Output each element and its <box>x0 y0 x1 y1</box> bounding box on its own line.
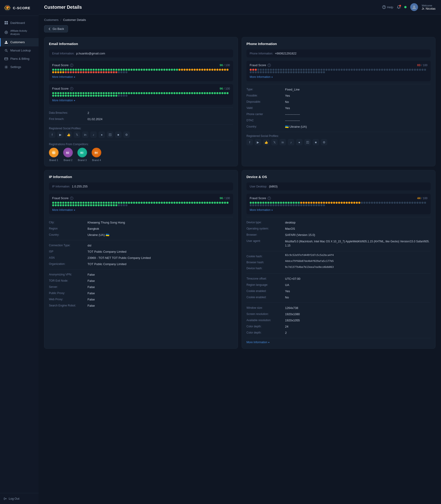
social-facebook[interactable]: f <box>49 131 55 138</box>
svg-rect-5 <box>5 21 6 22</box>
sidebar-item-settings[interactable]: Settings <box>0 63 39 71</box>
device-more-info-top[interactable]: More Information ▾ <box>250 208 273 212</box>
sidebar-item-plans[interactable]: Plans & Billing <box>0 55 39 63</box>
social-windows[interactable]: ■ <box>115 131 122 138</box>
social-music[interactable]: ♪ <box>90 131 97 138</box>
page-content: Customers / Customer Details Go Back Ema… <box>39 15 441 504</box>
device-details-2: Cookie hash: 82c9c52e97efd449f2d7c5c5e2b… <box>246 254 431 271</box>
svg-point-4 <box>8 7 9 8</box>
fraud-score-label-1: Fraud Score ? <box>52 63 73 67</box>
phone-social-key[interactable]: ⚿ <box>304 139 311 145</box>
social-gear[interactable]: ⚙ <box>123 131 130 138</box>
sidebar-item-affiliate-label: Affiliate Activity Analysis <box>10 29 35 36</box>
notification-button[interactable] <box>397 5 401 9</box>
avatar <box>410 3 418 11</box>
email-card: Email Information Email Information: p.h… <box>44 37 238 166</box>
device-fraud-dots <box>250 202 427 206</box>
ip-card-title: IP Information <box>49 175 233 179</box>
phone-social-windows[interactable]: ■ <box>313 139 319 145</box>
fraud-help-icon-2[interactable]: ? <box>70 87 73 90</box>
logout-label: Log Out <box>9 497 19 500</box>
phone-social-gear[interactable]: ⚙ <box>321 139 327 145</box>
brand-1[interactable]: B1 Brand 1 <box>49 148 59 161</box>
social-youtube[interactable]: ▶ <box>57 131 64 138</box>
svg-point-2 <box>6 7 9 9</box>
arrow-left-icon <box>48 27 51 31</box>
sidebar-nav: Dashboard Affiliate Activity Analysis Cu… <box>0 16 39 493</box>
social-linkedin[interactable]: in <box>82 131 88 138</box>
fraud-score-header-2: Fraud Score ? 96 / 100 <box>52 87 230 90</box>
logout-button[interactable]: Log Out <box>4 497 35 500</box>
breadcrumb-current: Customer Details <box>63 18 86 22</box>
sidebar-item-customers[interactable]: Customers <box>0 38 39 47</box>
ip-details-1: City: Khwaeng Thung Song Hong Region Ban… <box>49 220 233 238</box>
sidebar-item-manual[interactable]: Manual Lookup <box>0 47 39 55</box>
device-fraud-help-icon[interactable]: ? <box>268 197 271 200</box>
go-back-button[interactable]: Go Back <box>44 25 68 32</box>
credit-card-icon <box>4 57 8 61</box>
sidebar-item-plans-label: Plans & Billing <box>10 57 29 60</box>
svg-rect-6 <box>6 21 8 22</box>
social-circle[interactable]: ● <box>98 131 105 138</box>
phone-more-info[interactable]: More Information ▾ <box>250 75 273 79</box>
email-fraud-score-1: Fraud Score ? 96 / 100 More Information … <box>49 61 233 81</box>
svg-point-10 <box>6 32 7 33</box>
fraud-score-label-2: Fraud Score ? <box>52 87 73 90</box>
brand-3[interactable]: B3 Brand 3 <box>78 148 87 161</box>
device-user-desktop-label: User Desktop: <box>250 185 267 188</box>
welcome-label: Welcome <box>422 4 436 7</box>
sidebar-item-dashboard[interactable]: Dashboard <box>0 19 39 27</box>
device-details-1: Device type: desktop Operating system: M… <box>246 220 431 249</box>
logout-icon <box>4 497 7 500</box>
ip-more-info[interactable]: More Information ▾ <box>52 208 75 212</box>
device-divider-2 <box>246 251 431 251</box>
phone-social-linkedin[interactable]: in <box>280 139 286 145</box>
fraud-score-number-2: 96 / 100 <box>220 87 230 90</box>
phone-fraud-help-icon[interactable]: ? <box>268 64 271 67</box>
phone-fraud-dots <box>250 69 427 73</box>
breadcrumb-customers[interactable]: Customers <box>44 18 59 22</box>
fraud-dots-1 <box>52 69 230 73</box>
ip-fraud-help-icon[interactable]: ? <box>70 197 73 200</box>
phone-fraud-header: Fraud Score ? 03 / 100 <box>250 63 427 67</box>
phone-social-twitter[interactable]: 𝕏 <box>271 139 278 145</box>
social-key[interactable]: ⚿ <box>107 131 113 138</box>
phone-social-thumbsup[interactable]: 👍 <box>263 139 269 145</box>
chevron-down-icon-device: ▾ <box>271 209 273 211</box>
fraud-help-icon-1[interactable]: ? <box>70 64 73 67</box>
logo-icon <box>4 4 11 12</box>
main-content: Customer Details Help Welcome Jr. Nicola… <box>39 0 441 504</box>
device-fraud-score: Fraud Score ? 44 / 100 More Information … <box>246 194 431 214</box>
device-info-box: User Desktop: (b863) <box>246 182 431 190</box>
social-twitter[interactable]: 𝕏 <box>74 131 80 138</box>
fraud-score-number-1: 96 / 100 <box>220 63 230 67</box>
chevron-down-icon-2: ▾ <box>74 99 75 102</box>
phone-social-youtube[interactable]: ▶ <box>255 139 261 145</box>
ip-fraud-number: 96 / 100 <box>220 196 230 200</box>
sidebar: C-SCORE Dashboard Affiliate Activity Ana… <box>0 0 39 504</box>
more-info-button-1[interactable]: More Information ▾ <box>52 75 75 79</box>
more-info-button-2[interactable]: More Information ▾ <box>52 99 75 102</box>
social-thumbsup[interactable]: 👍 <box>65 131 72 138</box>
device-card: Device & OS User Desktop: (b863) Fraud S… <box>242 170 436 349</box>
device-more-info-bottom[interactable]: More Information ▾ <box>246 341 269 344</box>
phone-info-value: +660621291822 <box>275 52 296 55</box>
grid-icon <box>4 21 8 25</box>
phone-social-facebook[interactable]: f <box>246 139 253 145</box>
ip-divider-3 <box>49 269 233 269</box>
email-fraud-score-2: Fraud Score ? 96 / 100 More Information … <box>49 84 233 105</box>
phone-social-music[interactable]: ♪ <box>288 139 294 145</box>
brand-3-circle: B3 <box>78 148 87 157</box>
sidebar-item-affiliate[interactable]: Affiliate Activity Analysis <box>0 27 39 38</box>
svg-point-3 <box>7 6 8 7</box>
breadcrumb: Customers / Customer Details <box>44 18 436 22</box>
brand-4[interactable]: B4 Brand 4 <box>92 148 101 161</box>
device-divider-5 <box>246 338 431 338</box>
phone-fraud-number: 03 / 100 <box>417 63 427 67</box>
brand-2[interactable]: B2 Brand 2 <box>63 148 73 161</box>
ip-fraud-dots <box>52 202 230 206</box>
help-button[interactable]: Help <box>382 5 393 9</box>
ip-info-box: IP Information: 1.0.255.255 <box>49 182 233 190</box>
phone-social-circle[interactable]: ● <box>296 139 302 145</box>
sidebar-item-manual-label: Manual Lookup <box>10 49 31 52</box>
